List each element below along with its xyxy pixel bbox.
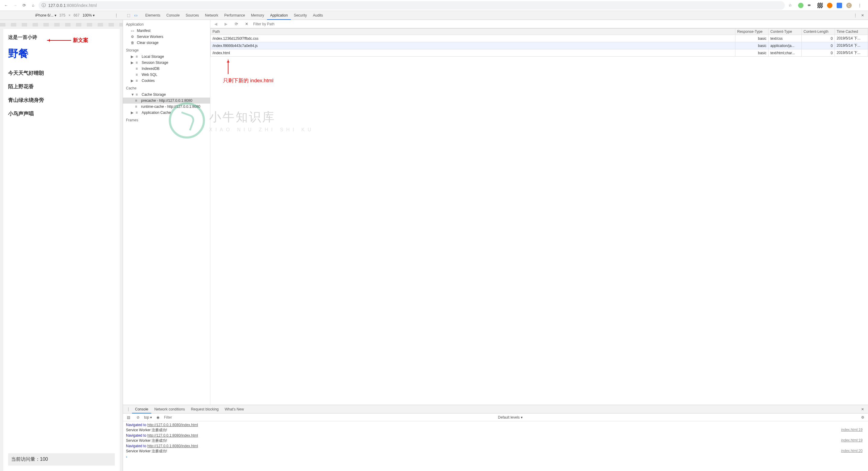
sb-cache-entry[interactable]: ≡runtime-cache - http://127.0.0.1:8080: [123, 104, 210, 110]
prev-icon[interactable]: ◀: [213, 22, 218, 27]
annotation-1: 新文案: [47, 37, 88, 44]
sb-cache-storage[interactable]: ▼≡Cache Storage: [123, 92, 210, 98]
page-footer: 当前访问量：100: [8, 453, 115, 466]
col-header[interactable]: Path: [211, 29, 735, 35]
annotation-text-2: 只剩下新的 index.html: [223, 77, 273, 84]
cache-toolbar: ◀ ▶ ⟳ ✕: [210, 20, 868, 28]
sb-section-frames: Frames: [123, 115, 210, 124]
device-select[interactable]: iPhone 6/... ▾: [35, 13, 56, 18]
console-line: Service Worker 注册成功!index.html:19: [123, 427, 868, 433]
ruler: [0, 23, 123, 27]
filter-path-input[interactable]: [253, 22, 866, 26]
sb-application-cache[interactable]: ▶≡Application Cache: [123, 110, 210, 115]
sb-section-application: Application: [123, 20, 210, 28]
address-bar[interactable]: ⓘ 127.0.0.1:8080/index.html: [38, 1, 785, 10]
forward-button[interactable]: →: [11, 2, 19, 9]
console-line: Navigated to http://127.0.0.1:8080/index…: [123, 423, 868, 427]
reload-button[interactable]: ⟳: [21, 2, 28, 9]
devtools-panel: Application ▭Manifest⚙Service Workers🗑Cl…: [123, 20, 868, 471]
table-row[interactable]: /index.htmlbasictext/html;char...02019/5…: [211, 49, 868, 57]
device-mode-icon[interactable]: ▭: [133, 13, 138, 18]
drawer-tab[interactable]: What's New: [221, 406, 247, 413]
devtools-tab-sources[interactable]: Sources: [183, 11, 202, 19]
device-preview-pane: 这是一首小诗 野餐 今天天气好晴朗陌上野花香青山绿水绕身旁小鸟声声唱 当前访问量…: [0, 20, 123, 471]
next-icon[interactable]: ▶: [223, 22, 229, 27]
console-toolbar: ▤ ⊘ top ▾ ◉ Default levels ▾ ⚙: [123, 413, 868, 421]
ext-icon-qr[interactable]: [817, 3, 823, 8]
ext-icon-4[interactable]: [837, 3, 842, 8]
menu-button[interactable]: ⋮: [856, 2, 863, 9]
annotation-text-1: 新文案: [73, 37, 88, 44]
console-prompt[interactable]: ›: [123, 454, 868, 460]
sb-item[interactable]: ▶≡Session Storage: [123, 60, 210, 66]
poem-line: 小鸟声声唱: [8, 110, 115, 117]
context-select[interactable]: top ▾: [144, 415, 152, 419]
console-messages: Navigated to http://127.0.0.1:8080/index…: [123, 421, 868, 471]
drawer-tab[interactable]: Request blocking: [188, 406, 221, 413]
devtools-menu[interactable]: ⋮: [852, 13, 858, 18]
device-height[interactable]: 667: [73, 13, 80, 18]
sb-item[interactable]: ≡IndexedDB: [123, 66, 210, 72]
back-button[interactable]: ←: [2, 2, 10, 9]
devtools-tab-memory[interactable]: Memory: [248, 11, 267, 19]
cache-storage-panel: ◀ ▶ ⟳ ✕ PathResponse-TypeContent-TypeCon…: [210, 20, 868, 405]
delete-icon[interactable]: ✕: [244, 22, 249, 27]
drawer-menu[interactable]: ⋮: [126, 407, 131, 412]
home-button[interactable]: ⌂: [30, 2, 37, 9]
devtools-tab-application[interactable]: Application: [267, 11, 291, 20]
devtools-tab-console[interactable]: Console: [163, 11, 183, 19]
annotation-arrow-2: [228, 60, 228, 74]
rendered-page: 这是一首小诗 野餐 今天天气好晴朗陌上野花香青山绿水绕身旁小鸟声声唱 当前访问量…: [3, 29, 120, 471]
col-header[interactable]: Content-Length: [802, 29, 835, 35]
devtools-tab-security[interactable]: Security: [291, 11, 310, 19]
col-header[interactable]: Time Cached: [835, 29, 868, 35]
sb-section-cache: Cache: [123, 84, 210, 92]
drawer-tabs: ⋮ ConsoleNetwork conditionsRequest block…: [123, 405, 868, 413]
sb-cache-entry[interactable]: ≡precache - http://127.0.0.1:8080: [123, 98, 210, 104]
refresh-icon[interactable]: ⟳: [234, 22, 239, 27]
console-sidebar-icon[interactable]: ▤: [126, 415, 131, 420]
sb-item[interactable]: ▭Manifest: [123, 28, 210, 34]
levels-select[interactable]: Default levels ▾: [498, 415, 522, 419]
sb-item[interactable]: ▶≡Cookies: [123, 78, 210, 84]
ext-icon-3[interactable]: [827, 3, 832, 8]
ext-icon-1[interactable]: [798, 3, 804, 8]
drawer-tab[interactable]: Console: [132, 406, 151, 413]
sb-item[interactable]: 🗑Clear storage: [123, 40, 210, 46]
eye-icon[interactable]: ◉: [155, 415, 161, 420]
settings-icon[interactable]: ⚙: [860, 415, 865, 420]
drawer-close-icon[interactable]: ✕: [860, 407, 865, 412]
devtools-tab-elements[interactable]: Elements: [142, 11, 163, 19]
ext-icon-2[interactable]: ∞: [808, 3, 813, 8]
devtools-toolbar: iPhone 6/... ▾ 375 × 667 100% ▾ ⋮ ⬚ ▭ El…: [0, 11, 868, 20]
poem-line: 青山绿水绕身旁: [8, 97, 115, 104]
col-header[interactable]: Response-Type: [735, 29, 769, 35]
poem-line: 今天天气好晴朗: [8, 70, 115, 76]
devtools-tab-audits[interactable]: Audits: [310, 11, 326, 19]
devtools-tab-performance[interactable]: Performance: [221, 11, 248, 19]
col-header[interactable]: Content-Type: [769, 29, 802, 35]
cache-table: PathResponse-TypeContent-TypeContent-Len…: [210, 28, 868, 57]
console-line: Service Worker 注册成功!index.html:19: [123, 438, 868, 444]
sb-item[interactable]: ⚙Service Workers: [123, 34, 210, 40]
info-icon: ⓘ: [41, 3, 46, 8]
devtools-tab-network[interactable]: Network: [202, 11, 221, 19]
devtools-close-icon[interactable]: ✕: [860, 13, 865, 18]
device-width[interactable]: 375: [59, 13, 65, 18]
url-host: 127.0.0.1:8080/index.html: [48, 3, 97, 8]
device-menu[interactable]: ⋮: [113, 12, 120, 19]
sb-item[interactable]: ▶≡Local Storage: [123, 54, 210, 60]
clear-console-icon[interactable]: ⊘: [135, 415, 141, 420]
console-line: Service Worker 注册成功!index.html:20: [123, 448, 868, 454]
sb-item[interactable]: ≡Web SQL: [123, 72, 210, 78]
zoom-select[interactable]: 100% ▾: [83, 13, 95, 18]
table-row[interactable]: /index.f8666b443c7a0e84.jsbasicapplicati…: [211, 42, 868, 49]
inspect-icon[interactable]: ⬚: [126, 13, 131, 18]
star-icon[interactable]: ☆: [786, 2, 794, 9]
poem-line: 陌上野花香: [8, 83, 115, 90]
console-line: Navigated to http://127.0.0.1:8080/index…: [123, 444, 868, 448]
profile-avatar[interactable]: C: [846, 3, 852, 8]
table-row[interactable]: /index.1236d1250f7ffbdc.cssbasictext/css…: [211, 35, 868, 42]
drawer-tab[interactable]: Network conditions: [151, 406, 188, 413]
console-filter-input[interactable]: [164, 415, 495, 419]
